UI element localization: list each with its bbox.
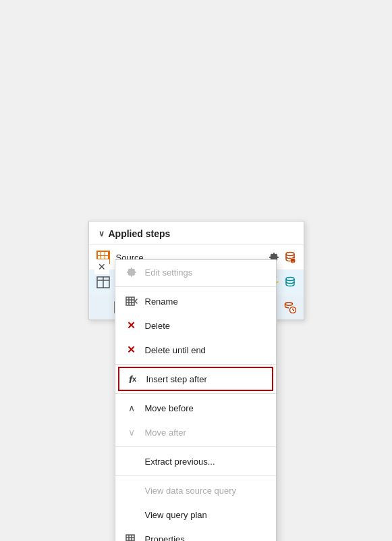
move-after-icon: ∨ (125, 426, 138, 439)
svg-text:⊙: ⊙ (291, 260, 294, 264)
edit-settings-label: Edit settings (145, 267, 193, 278)
svg-rect-18 (126, 297, 134, 305)
properties-label: Properties... (145, 534, 192, 542)
navigation-icon (96, 275, 111, 290)
database-icon-source[interactable]: ⊙ (283, 251, 297, 264)
svg-line-16 (293, 310, 294, 311)
panel-title: Applied steps (109, 228, 171, 239)
menu-item-move-before[interactable]: ∧ Move before (115, 396, 276, 420)
collapse-icon[interactable]: ∨ (99, 229, 105, 238)
svg-point-7 (286, 278, 294, 281)
menu-item-view-data-source-query[interactable]: View data source query (115, 478, 276, 503)
database-clock-icon[interactable] (283, 301, 297, 314)
database-icon-navigation[interactable] (283, 276, 297, 289)
menu-item-extract-previous[interactable]: Extract previous... (115, 449, 276, 473)
rename-icon (125, 294, 138, 308)
renamed-actions (283, 301, 297, 314)
properties-icon (125, 532, 138, 541)
view-query-plan-icon (125, 508, 138, 521)
context-menu: Edit settings Rename ✕ Delete (115, 259, 277, 541)
view-data-source-label: View data source query (145, 486, 237, 496)
rename-label: Rename (145, 297, 178, 307)
svg-point-13 (285, 303, 292, 305)
menu-item-delete[interactable]: ✕ Delete (115, 313, 276, 338)
separator-5 (115, 475, 276, 476)
view-query-plan-label: View query plan (145, 510, 207, 520)
move-before-icon: ∧ (125, 401, 138, 415)
delete-icon: ✕ (125, 319, 138, 332)
menu-item-edit-settings[interactable]: Edit settings (115, 260, 276, 284)
delete-until-end-label: Delete until end (145, 345, 206, 355)
svg-point-0 (286, 253, 294, 256)
menu-item-move-after[interactable]: ∨ Move after (115, 420, 276, 444)
close-context-button[interactable]: ✕ (94, 259, 109, 274)
separator-1 (115, 286, 276, 287)
menu-item-rename[interactable]: Rename (115, 289, 276, 313)
menu-item-delete-until-end[interactable]: ✕ Delete until end (115, 338, 276, 362)
view-data-source-icon (125, 484, 138, 497)
applied-steps-panel: ∨ Applied steps Source (88, 221, 304, 320)
separator-2 (115, 364, 276, 365)
menu-item-properties[interactable]: Properties... (115, 527, 276, 541)
separator-4 (115, 446, 276, 447)
panel-header: ∨ Applied steps (89, 222, 304, 245)
edit-settings-icon (125, 265, 138, 279)
menu-item-insert-step-after[interactable]: fx Insert step after (118, 367, 273, 391)
move-after-label: Move after (145, 428, 186, 438)
menu-item-view-query-plan[interactable]: View query plan (115, 503, 276, 527)
insert-step-after-label: Insert step after (146, 374, 207, 384)
separator-3 (115, 393, 276, 394)
delete-until-end-icon: ✕ (125, 343, 138, 357)
extract-previous-icon (125, 455, 138, 468)
fx-icon: fx (126, 372, 140, 386)
move-before-label: Move before (145, 403, 194, 413)
delete-label: Delete (145, 321, 171, 331)
extract-previous-label: Extract previous... (145, 457, 215, 467)
